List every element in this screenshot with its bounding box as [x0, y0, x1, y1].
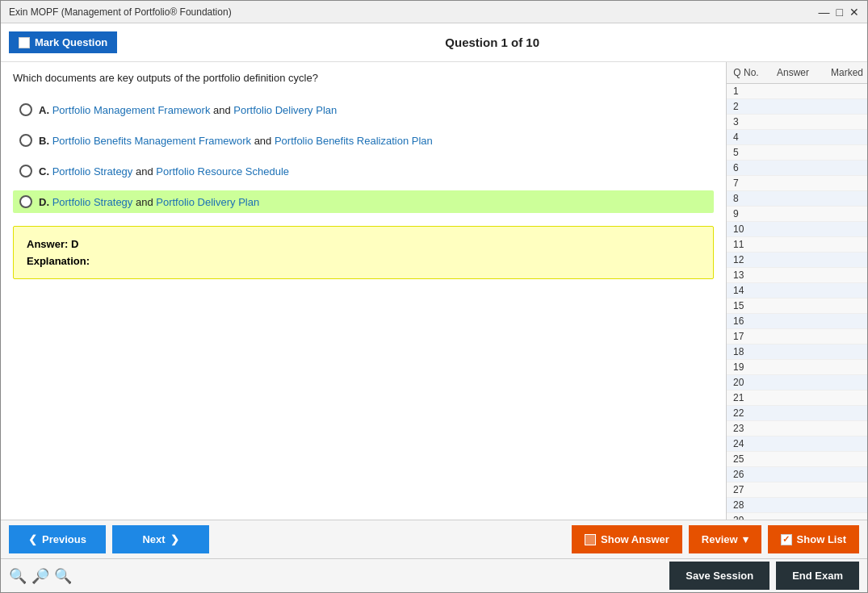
- sidebar-qno: 23: [727, 423, 759, 434]
- show-answer-label: Show Answer: [601, 533, 669, 545]
- end-exam-label: End Exam: [792, 570, 843, 582]
- answer-line: Answer: D: [27, 238, 700, 250]
- option-d-row[interactable]: D. Portfolio Strategy and Portfolio Deli…: [13, 190, 714, 213]
- sidebar-qno: 13: [727, 269, 759, 281]
- maximize-button[interactable]: □: [837, 6, 843, 19]
- sidebar-row[interactable]: 12: [727, 253, 867, 268]
- sidebar-row[interactable]: 4: [727, 130, 867, 145]
- sidebar-row[interactable]: 16: [727, 314, 867, 329]
- sidebar-row[interactable]: 27: [727, 482, 867, 498]
- sidebar-qno: 20: [727, 377, 759, 388]
- show-answer-icon: [585, 534, 596, 545]
- save-session-button[interactable]: Save Session: [669, 562, 769, 590]
- sidebar-qno: 19: [727, 361, 759, 373]
- explanation-line: Explanation:: [27, 255, 700, 267]
- show-list-button[interactable]: ✓ Show List: [768, 525, 859, 553]
- zoom-in-button[interactable]: 🔍: [54, 567, 72, 585]
- sidebar-row[interactable]: 28: [727, 498, 867, 513]
- sidebar-row[interactable]: 5: [727, 145, 867, 161]
- sidebar-row[interactable]: 8: [727, 191, 867, 207]
- sidebar-row[interactable]: 3: [727, 115, 867, 130]
- sidebar-row[interactable]: 24: [727, 436, 867, 452]
- sidebar-row[interactable]: 7: [727, 176, 867, 191]
- sidebar-qno: 21: [727, 392, 759, 403]
- toolbar: Mark Question Question 1 of 10: [1, 23, 867, 62]
- next-button[interactable]: Next: [112, 525, 209, 553]
- sidebar-row[interactable]: 9: [727, 207, 867, 222]
- sidebar-qno: 17: [727, 331, 759, 342]
- previous-label: Previous: [42, 533, 86, 545]
- close-button[interactable]: ✕: [849, 6, 859, 19]
- option-a-radio[interactable]: [19, 103, 32, 116]
- sidebar-row[interactable]: 6: [727, 161, 867, 176]
- sidebar-row[interactable]: 11: [727, 237, 867, 253]
- bottom-row2: 🔍 🔎 🔍 Save Session End Exam: [1, 558, 867, 592]
- review-button[interactable]: Review ▾: [689, 525, 761, 553]
- sidebar-row[interactable]: 17: [727, 329, 867, 345]
- sidebar-qno: 2: [727, 101, 759, 112]
- sidebar-qno: 7: [727, 177, 759, 189]
- save-session-label: Save Session: [686, 570, 753, 582]
- end-exam-button[interactable]: End Exam: [776, 562, 859, 590]
- sidebar-row[interactable]: 18: [727, 345, 867, 360]
- app-window: Exin MOPF (Management of Portfolio® Foun…: [0, 0, 868, 593]
- show-answer-button[interactable]: Show Answer: [572, 525, 682, 553]
- sidebar-row[interactable]: 29: [727, 513, 867, 520]
- sidebar-list[interactable]: 1234567891011121314151617181920212223242…: [727, 84, 867, 520]
- sidebar-row[interactable]: 20: [727, 375, 867, 390]
- sidebar-row[interactable]: 2: [727, 99, 867, 115]
- sidebar-row[interactable]: 13: [727, 268, 867, 283]
- mark-question-button[interactable]: Mark Question: [9, 31, 117, 53]
- zoom-reset-button[interactable]: 🔎: [31, 567, 49, 585]
- sidebar-qno: 27: [727, 484, 759, 495]
- sidebar-row[interactable]: 19: [727, 360, 867, 375]
- sidebar-qno: 4: [727, 132, 759, 143]
- sidebar-qno: 11: [727, 239, 759, 250]
- option-d-text: D. Portfolio Strategy and Portfolio Deli…: [39, 196, 259, 208]
- option-b-radio[interactable]: [19, 134, 32, 147]
- question-text: Which documents are key outputs of the p…: [13, 72, 714, 84]
- option-b-row[interactable]: B. Portfolio Benefits Management Framewo…: [13, 129, 714, 152]
- window-controls: — □ ✕: [819, 6, 859, 19]
- sidebar-qno: 6: [727, 162, 759, 173]
- option-a-text: A. Portfolio Management Framework and Po…: [39, 104, 337, 116]
- mark-question-label: Mark Question: [35, 36, 107, 48]
- sidebar-row[interactable]: 10: [727, 222, 867, 237]
- window-title: Exin MOPF (Management of Portfolio® Foun…: [9, 6, 232, 18]
- zoom-controls: 🔍 🔎 🔍: [9, 567, 72, 585]
- zoom-out-button[interactable]: 🔍: [9, 567, 27, 585]
- sidebar-row[interactable]: 1: [727, 84, 867, 99]
- option-c-row[interactable]: C. Portfolio Strategy and Portfolio Reso…: [13, 160, 714, 182]
- sidebar-qno: 16: [727, 315, 759, 327]
- option-a-row[interactable]: A. Portfolio Management Framework and Po…: [13, 98, 714, 121]
- sidebar-qno: 22: [727, 407, 759, 419]
- col-qno-header: Q No.: [727, 65, 759, 80]
- option-d-radio[interactable]: [19, 195, 32, 208]
- sidebar-row[interactable]: 21: [727, 390, 867, 406]
- previous-button[interactable]: Previous: [9, 525, 106, 553]
- sidebar-qno: 10: [727, 223, 759, 235]
- title-bar: Exin MOPF (Management of Portfolio® Foun…: [1, 1, 867, 23]
- sidebar-qno: 24: [727, 438, 759, 449]
- sidebar-qno: 8: [727, 193, 759, 204]
- show-list-checkbox-icon: ✓: [781, 534, 792, 545]
- bottom-bar: Previous Next Show Answer Review ▾ ✓ Sho…: [1, 520, 867, 558]
- sidebar-header: Q No. Answer Marked: [727, 62, 867, 84]
- sidebar-qno: 12: [727, 254, 759, 265]
- next-arrow-icon: [170, 533, 179, 545]
- option-b-text: B. Portfolio Benefits Management Framewo…: [39, 135, 433, 147]
- sidebar-qno: 18: [727, 346, 759, 357]
- sidebar-row[interactable]: 26: [727, 467, 867, 482]
- minimize-button[interactable]: —: [819, 6, 830, 19]
- sidebar-qno: 9: [727, 208, 759, 219]
- sidebar-row[interactable]: 25: [727, 452, 867, 467]
- sidebar-row[interactable]: 14: [727, 283, 867, 299]
- main-area: Which documents are key outputs of the p…: [1, 62, 867, 520]
- sidebar-row[interactable]: 15: [727, 299, 867, 314]
- prev-arrow-icon: [28, 533, 37, 545]
- option-c-radio[interactable]: [19, 165, 32, 177]
- sidebar-row[interactable]: 22: [727, 406, 867, 421]
- review-label: Review: [702, 533, 738, 545]
- sidebar-row[interactable]: 23: [727, 421, 867, 436]
- mark-checkbox-icon: [19, 37, 30, 48]
